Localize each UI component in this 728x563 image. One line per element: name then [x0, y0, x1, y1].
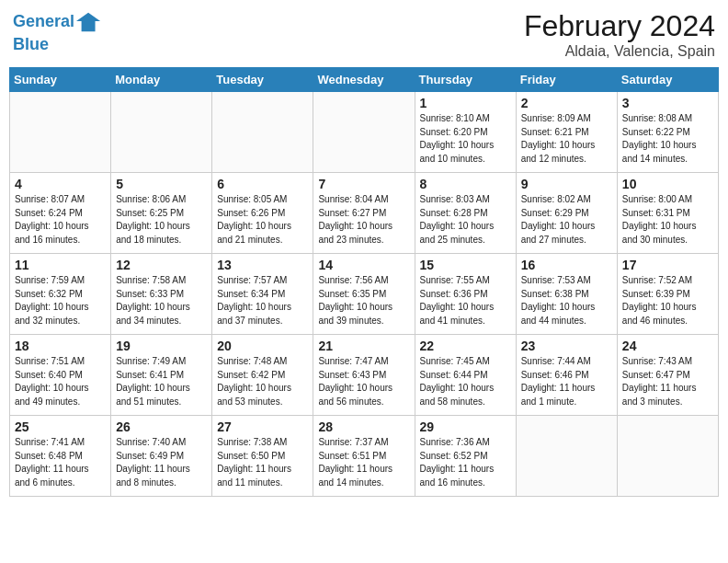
day-number: 16	[521, 258, 612, 272]
day-number: 25	[15, 419, 106, 434]
calendar-cell: 4Sunrise: 8:07 AM Sunset: 6:24 PM Daylig…	[10, 173, 111, 254]
weekday-header: Saturday	[617, 68, 718, 92]
day-number: 24	[622, 339, 713, 353]
calendar-cell: 9Sunrise: 8:02 AM Sunset: 6:29 PM Daylig…	[516, 173, 617, 254]
calendar-cell: 23Sunrise: 7:44 AM Sunset: 6:46 PM Dayli…	[516, 335, 617, 416]
day-number: 10	[622, 177, 713, 191]
calendar-cell: 15Sunrise: 7:55 AM Sunset: 6:36 PM Dayli…	[415, 254, 516, 335]
day-number: 22	[420, 339, 511, 353]
day-number: 26	[116, 419, 207, 434]
calendar-cell	[516, 416, 617, 497]
calendar-cell: 5Sunrise: 8:06 AM Sunset: 6:25 PM Daylig…	[111, 173, 212, 254]
calendar-cell: 2Sunrise: 8:09 AM Sunset: 6:21 PM Daylig…	[516, 92, 617, 173]
calendar-cell: 8Sunrise: 8:03 AM Sunset: 6:28 PM Daylig…	[415, 173, 516, 254]
weekday-header: Wednesday	[313, 68, 415, 92]
logo-icon	[76, 9, 102, 35]
calendar-cell: 13Sunrise: 7:57 AM Sunset: 6:34 PM Dayli…	[212, 254, 313, 335]
day-info: Sunrise: 8:09 AM Sunset: 6:21 PM Dayligh…	[521, 112, 612, 166]
day-info: Sunrise: 7:38 AM Sunset: 6:50 PM Dayligh…	[217, 436, 308, 489]
day-info: Sunrise: 7:57 AM Sunset: 6:34 PM Dayligh…	[217, 274, 308, 327]
day-number: 6	[217, 177, 308, 191]
calendar-cell: 28Sunrise: 7:37 AM Sunset: 6:51 PM Dayli…	[313, 416, 415, 497]
calendar-cell	[111, 92, 212, 173]
calendar-cell	[617, 416, 718, 497]
calendar-cell: 17Sunrise: 7:52 AM Sunset: 6:39 PM Dayli…	[617, 254, 718, 335]
day-number: 18	[15, 339, 106, 353]
day-number: 4	[15, 177, 106, 191]
calendar-cell: 12Sunrise: 7:58 AM Sunset: 6:33 PM Dayli…	[111, 254, 212, 335]
day-number: 28	[318, 419, 409, 434]
day-info: Sunrise: 7:55 AM Sunset: 6:36 PM Dayligh…	[420, 274, 511, 327]
day-info: Sunrise: 7:58 AM Sunset: 6:33 PM Dayligh…	[116, 274, 207, 327]
calendar-cell: 26Sunrise: 7:40 AM Sunset: 6:49 PM Dayli…	[111, 416, 212, 497]
day-info: Sunrise: 7:45 AM Sunset: 6:44 PM Dayligh…	[420, 355, 511, 408]
day-number: 19	[116, 339, 207, 353]
day-info: Sunrise: 8:00 AM Sunset: 6:31 PM Dayligh…	[622, 193, 713, 247]
day-number: 23	[521, 339, 612, 353]
day-info: Sunrise: 7:36 AM Sunset: 6:52 PM Dayligh…	[420, 436, 511, 489]
calendar-cell: 25Sunrise: 7:41 AM Sunset: 6:48 PM Dayli…	[10, 416, 111, 497]
weekday-header: Sunday	[10, 68, 111, 92]
day-number: 17	[622, 258, 713, 272]
calendar-cell: 27Sunrise: 7:38 AM Sunset: 6:50 PM Dayli…	[212, 416, 313, 497]
weekday-header: Tuesday	[212, 68, 313, 92]
calendar-cell: 19Sunrise: 7:49 AM Sunset: 6:41 PM Dayli…	[111, 335, 212, 416]
calendar-cell: 10Sunrise: 8:00 AM Sunset: 6:31 PM Dayli…	[617, 173, 718, 254]
calendar-cell: 1Sunrise: 8:10 AM Sunset: 6:20 PM Daylig…	[415, 92, 516, 173]
day-number: 21	[318, 339, 409, 353]
calendar-cell	[212, 92, 313, 173]
calendar-cell: 16Sunrise: 7:53 AM Sunset: 6:38 PM Dayli…	[516, 254, 617, 335]
day-info: Sunrise: 8:06 AM Sunset: 6:25 PM Dayligh…	[116, 193, 207, 247]
day-info: Sunrise: 7:53 AM Sunset: 6:38 PM Dayligh…	[521, 274, 612, 327]
day-info: Sunrise: 7:37 AM Sunset: 6:51 PM Dayligh…	[318, 436, 409, 489]
day-info: Sunrise: 7:56 AM Sunset: 6:35 PM Dayligh…	[318, 274, 409, 327]
day-info: Sunrise: 7:43 AM Sunset: 6:47 PM Dayligh…	[622, 355, 713, 408]
day-info: Sunrise: 7:59 AM Sunset: 6:32 PM Dayligh…	[15, 274, 106, 327]
calendar-cell: 11Sunrise: 7:59 AM Sunset: 6:32 PM Dayli…	[10, 254, 111, 335]
logo: General Blue	[13, 9, 102, 55]
day-info: Sunrise: 7:47 AM Sunset: 6:43 PM Dayligh…	[318, 355, 409, 408]
day-number: 13	[217, 258, 308, 272]
calendar-cell: 29Sunrise: 7:36 AM Sunset: 6:52 PM Dayli…	[415, 416, 516, 497]
calendar-cell: 3Sunrise: 8:08 AM Sunset: 6:22 PM Daylig…	[617, 92, 718, 173]
day-number: 1	[420, 96, 511, 110]
day-number: 29	[420, 419, 511, 434]
calendar-cell: 21Sunrise: 7:47 AM Sunset: 6:43 PM Dayli…	[313, 335, 415, 416]
day-info: Sunrise: 7:40 AM Sunset: 6:49 PM Dayligh…	[116, 436, 207, 489]
weekday-header: Thursday	[415, 68, 516, 92]
day-info: Sunrise: 8:07 AM Sunset: 6:24 PM Dayligh…	[15, 193, 106, 247]
day-number: 9	[521, 177, 612, 191]
day-info: Sunrise: 7:51 AM Sunset: 6:40 PM Dayligh…	[15, 355, 106, 408]
day-info: Sunrise: 8:02 AM Sunset: 6:29 PM Dayligh…	[521, 193, 612, 247]
day-info: Sunrise: 7:52 AM Sunset: 6:39 PM Dayligh…	[622, 274, 713, 327]
month-title: February 2024	[524, 9, 715, 43]
day-number: 11	[15, 258, 106, 272]
weekday-header: Friday	[516, 68, 617, 92]
day-number: 3	[622, 96, 713, 110]
day-number: 12	[116, 258, 207, 272]
logo-blue: Blue	[13, 35, 102, 55]
title-block: February 2024 Aldaia, Valencia, Spain	[524, 9, 715, 60]
calendar-cell	[10, 92, 111, 173]
day-info: Sunrise: 8:04 AM Sunset: 6:27 PM Dayligh…	[318, 193, 409, 247]
day-number: 2	[521, 96, 612, 110]
day-info: Sunrise: 8:03 AM Sunset: 6:28 PM Dayligh…	[420, 193, 511, 247]
calendar-table: SundayMondayTuesdayWednesdayThursdayFrid…	[9, 67, 719, 497]
page-header: General Blue February 2024 Aldaia, Valen…	[9, 9, 719, 60]
weekday-header: Monday	[111, 68, 212, 92]
day-info: Sunrise: 7:41 AM Sunset: 6:48 PM Dayligh…	[15, 436, 106, 489]
day-info: Sunrise: 7:49 AM Sunset: 6:41 PM Dayligh…	[116, 355, 207, 408]
svg-marker-0	[76, 13, 100, 32]
day-info: Sunrise: 8:08 AM Sunset: 6:22 PM Dayligh…	[622, 112, 713, 166]
day-number: 7	[318, 177, 409, 191]
day-info: Sunrise: 8:10 AM Sunset: 6:20 PM Dayligh…	[420, 112, 511, 166]
day-number: 5	[116, 177, 207, 191]
day-number: 27	[217, 419, 308, 434]
calendar-cell: 20Sunrise: 7:48 AM Sunset: 6:42 PM Dayli…	[212, 335, 313, 416]
calendar-cell: 6Sunrise: 8:05 AM Sunset: 6:26 PM Daylig…	[212, 173, 313, 254]
calendar-cell: 24Sunrise: 7:43 AM Sunset: 6:47 PM Dayli…	[617, 335, 718, 416]
day-number: 14	[318, 258, 409, 272]
logo-text: General	[13, 12, 74, 32]
day-info: Sunrise: 7:48 AM Sunset: 6:42 PM Dayligh…	[217, 355, 308, 408]
day-info: Sunrise: 8:05 AM Sunset: 6:26 PM Dayligh…	[217, 193, 308, 247]
